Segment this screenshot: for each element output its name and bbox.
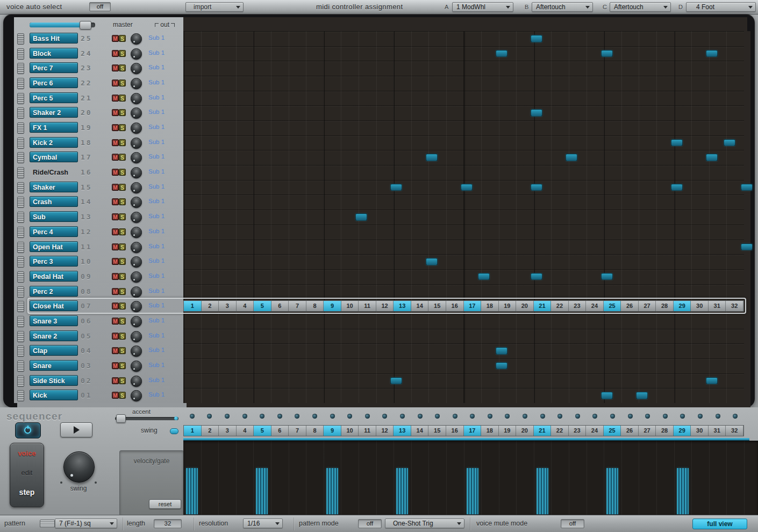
mute-button[interactable]: M (112, 124, 119, 131)
step-cell[interactable]: 16 (446, 301, 464, 311)
step-cell[interactable]: 25 (604, 301, 621, 311)
step-grid-row[interactable] (183, 284, 744, 299)
voice-drag-handle[interactable] (17, 78, 24, 89)
step-cell[interactable]: 20 (516, 301, 534, 311)
voice-drag-handle[interactable] (17, 361, 24, 372)
active-step-cell[interactable] (601, 392, 613, 399)
step-cell[interactable]: 1 (184, 301, 202, 311)
pan-knob[interactable] (131, 182, 142, 193)
voice-name-button[interactable]: Shaker 2 (30, 107, 78, 118)
voice-output[interactable]: Sub 1 (148, 302, 183, 308)
voice-name-button[interactable]: Sub (30, 211, 78, 222)
voice-name-button[interactable]: Kick 2 (30, 137, 78, 148)
seq-step-number-cell[interactable]: 6 (271, 426, 289, 436)
voice-name-button[interactable]: Snare 3 (30, 315, 78, 326)
pan-knob[interactable] (131, 212, 142, 223)
voice-drag-handle[interactable] (17, 301, 24, 312)
mute-button[interactable]: M (112, 184, 119, 191)
active-step-cell[interactable] (706, 50, 718, 57)
pan-knob[interactable] (131, 197, 142, 208)
voice-name-button[interactable]: Close Hat (30, 300, 78, 311)
voice-drag-handle[interactable] (17, 197, 24, 208)
import-dropdown[interactable]: import (185, 2, 244, 12)
voice-name-button[interactable]: FX 1 (30, 122, 78, 133)
mute-button[interactable]: M (112, 258, 119, 265)
mute-button[interactable]: M (112, 392, 119, 399)
solo-button[interactable]: S (119, 347, 126, 354)
voice-output[interactable]: Sub 1 (148, 243, 183, 249)
seq-step-number-cell[interactable]: 28 (656, 426, 674, 436)
mute-button[interactable]: M (112, 169, 119, 176)
step-grid-row[interactable] (183, 120, 744, 135)
solo-button[interactable]: S (119, 288, 126, 295)
voice-name-button[interactable]: Perc 2 (30, 286, 78, 297)
seq-step-number-cell[interactable]: 24 (586, 426, 604, 436)
pan-knob[interactable] (131, 152, 142, 163)
voice-name-button[interactable]: Ride/Crash (30, 167, 78, 177)
step-cell[interactable]: 17 (464, 301, 482, 311)
step-grid-row[interactable] (183, 269, 744, 284)
pan-knob[interactable] (131, 316, 142, 327)
active-step-cell[interactable] (531, 184, 542, 191)
voice-name-button[interactable]: Side Stick (30, 375, 78, 386)
solo-button[interactable]: S (119, 303, 126, 310)
active-step-cell[interactable] (724, 139, 735, 147)
voice-drag-handle[interactable] (17, 107, 24, 119)
master-volume-handle[interactable] (80, 21, 91, 30)
seq-step-number-cell[interactable]: 14 (411, 426, 429, 436)
step-grid-row[interactable] (183, 240, 744, 255)
velocity-bar[interactable] (537, 468, 548, 514)
seq-step-number-cell[interactable]: 1 (184, 426, 202, 436)
step-cell[interactable]: 18 (481, 301, 499, 311)
pan-knob[interactable] (131, 346, 142, 357)
voice-drag-handle[interactable] (17, 93, 24, 104)
seq-step-number-cell[interactable]: 8 (306, 426, 324, 436)
voice-name-button[interactable]: Open Hat (30, 241, 78, 252)
pan-knob[interactable] (131, 361, 142, 372)
voice-output[interactable]: Sub 1 (148, 124, 183, 130)
seq-step-number-cell[interactable]: 23 (569, 426, 587, 436)
active-step-cell[interactable] (496, 347, 507, 355)
pan-knob[interactable] (131, 138, 142, 149)
active-step-cell[interactable] (706, 154, 718, 161)
voice-drag-handle[interactable] (17, 167, 24, 178)
seq-step-number-cell[interactable]: 21 (534, 426, 552, 436)
seq-step-number-cell[interactable]: 12 (376, 426, 394, 436)
voice-drag-handle[interactable] (17, 123, 24, 134)
solo-button[interactable]: S (119, 392, 126, 399)
mute-button[interactable]: M (112, 288, 119, 295)
seq-step-number-cell[interactable]: 30 (691, 426, 709, 436)
voice-output[interactable]: Sub 1 (148, 272, 183, 279)
active-step-cell[interactable] (355, 213, 367, 221)
voice-name-button[interactable]: Snare 2 (30, 330, 78, 341)
solo-button[interactable]: S (119, 213, 126, 220)
active-step-cell[interactable] (426, 154, 438, 161)
solo-button[interactable]: S (119, 80, 126, 87)
step-cell[interactable]: 5 (254, 301, 271, 311)
step-cell[interactable]: 3 (219, 301, 237, 311)
seq-step-number-cell[interactable]: 11 (359, 426, 376, 436)
mute-button[interactable]: M (112, 35, 119, 42)
pan-knob[interactable] (131, 376, 142, 387)
voice-output[interactable]: Sub 1 (148, 257, 183, 264)
active-step-cell[interactable] (478, 273, 490, 281)
voice-name-button[interactable]: Shaker (30, 182, 78, 192)
resolution-dropdown[interactable]: 1/16 (243, 519, 283, 528)
assignment-b-dropdown[interactable]: Aftertouch (532, 2, 593, 12)
voice-name-button[interactable]: Kick (30, 390, 78, 400)
step-grid-row[interactable] (183, 135, 744, 150)
voice-name-button[interactable]: Perc 4 (30, 226, 78, 237)
step-grid-row[interactable] (183, 388, 744, 403)
solo-button[interactable]: S (119, 258, 126, 265)
reset-button[interactable]: reset (149, 499, 181, 509)
pan-knob[interactable] (131, 301, 142, 312)
solo-button[interactable]: S (119, 35, 126, 42)
voice-drag-handle[interactable] (17, 376, 24, 387)
mode-edit-button[interactable]: edit (10, 464, 44, 482)
seq-step-number-cell[interactable]: 25 (604, 426, 621, 436)
voice-name-button[interactable]: Cymbal (30, 152, 78, 162)
step-grid-row[interactable] (183, 150, 744, 165)
voice-output[interactable]: Sub 1 (148, 49, 183, 56)
step-grid-row[interactable] (183, 373, 744, 389)
voice-name-button[interactable]: Perc 5 (30, 92, 78, 103)
